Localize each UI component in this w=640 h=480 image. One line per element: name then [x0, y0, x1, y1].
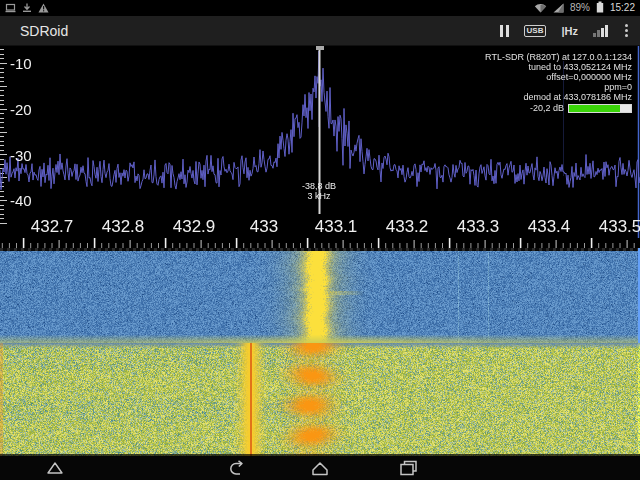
cursor-db-value: -38,8 dB [302, 181, 336, 191]
recents-button[interactable] [395, 458, 421, 478]
receiver-info-panel: RTL-SDR (R820T) at 127.0.0.1:1234 tuned … [485, 52, 632, 113]
screen-icon [5, 0, 16, 17]
android-nav-bar [0, 456, 640, 480]
hz-units-button[interactable]: |Hz [561, 25, 578, 37]
menu-reveal-button[interactable] [42, 458, 68, 478]
freq-axis-label: 433.5 [599, 217, 640, 237]
warning-icon [38, 0, 49, 17]
freq-axis-label: 432.8 [102, 217, 145, 237]
freq-axis-label: 433.1 [315, 217, 358, 237]
battery-percent: 89% [570, 0, 590, 16]
ppm-value: ppm=0 [485, 82, 632, 92]
freq-axis-label: 433.3 [457, 217, 500, 237]
app-title: SDRoid [20, 23, 68, 39]
battery-icon [596, 0, 604, 17]
freq-axis-label: 433 [250, 217, 278, 237]
db-axis-label: -30 [10, 147, 32, 164]
pause-button[interactable] [500, 25, 509, 37]
device-info: RTL-SDR (R820T) at 127.0.0.1:1234 [485, 52, 632, 62]
app-toolbar: SDRoid USB |Hz [0, 16, 640, 46]
home-button[interactable] [307, 458, 333, 478]
overflow-menu-button[interactable] [623, 22, 630, 39]
offset-value: offset=0,000000 MHz [485, 72, 632, 82]
wifi-icon [534, 0, 547, 17]
android-status-bar: 89% 15:22 [0, 0, 640, 16]
back-button[interactable] [224, 458, 250, 478]
sdroid-app-screen: 89% 15:22 SDRoid USB |Hz -10 -20 -30 -40… [0, 0, 640, 480]
tuned-frequency: tuned to 433,052124 MHz [485, 62, 632, 72]
download-icon [22, 0, 32, 17]
usb-mode-button[interactable]: USB [524, 25, 547, 37]
tuning-cursor-readout: -38,8 dB 3 kHz [302, 181, 336, 201]
demod-frequency: demod at 433,078186 MHz [485, 92, 632, 102]
cursor-bandwidth-value: 3 kHz [302, 191, 336, 201]
signal-level-meter [568, 104, 632, 113]
freq-axis-label: 432.9 [173, 217, 216, 237]
freq-axis-label: 432.7 [31, 217, 74, 237]
gain-button[interactable] [593, 25, 608, 37]
clock: 15:22 [610, 0, 635, 16]
freq-axis-label: 433.4 [528, 217, 571, 237]
db-axis-label: -10 [10, 55, 32, 72]
waterfall-display[interactable] [0, 248, 640, 456]
db-axis-label: -40 [10, 192, 32, 209]
freq-axis-label: 433.2 [386, 217, 429, 237]
db-axis-label: -20 [10, 101, 32, 118]
signal-level-value: -20,2 dB [530, 103, 564, 113]
cell-signal-icon [553, 0, 564, 17]
